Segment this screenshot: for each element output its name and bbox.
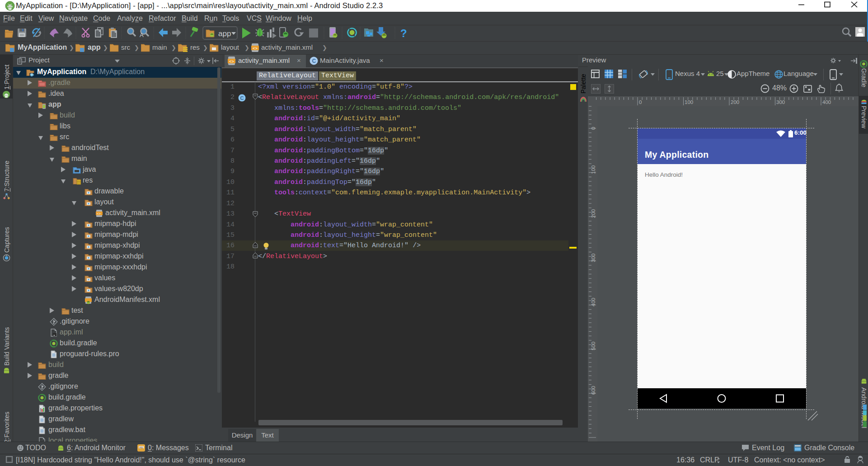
svg-text:200: 200 [591,209,596,218]
svg-text:200: 200 [731,99,739,105]
svg-text:?: ? [400,27,407,39]
svg-text:0: 0 [591,127,596,130]
svg-text:100: 100 [685,99,693,105]
svg-text:300: 300 [591,254,596,262]
svg-text:400: 400 [822,99,831,105]
svg-text:500: 500 [591,342,596,350]
svg-text:<>: <> [229,60,234,64]
svg-text:0: 0 [639,99,642,105]
svg-text:A: A [140,32,144,38]
svg-text:C: C [240,95,244,101]
svg-text:600: 600 [591,386,596,395]
svg-text:C: C [312,58,316,64]
svg-text:300: 300 [776,99,785,105]
svg-text:100: 100 [591,165,596,174]
svg-text:INS: INS [139,446,143,449]
svg-text:400: 400 [591,298,596,306]
svg-text:app: app [218,29,231,38]
svg-text:<>: <> [253,47,258,51]
